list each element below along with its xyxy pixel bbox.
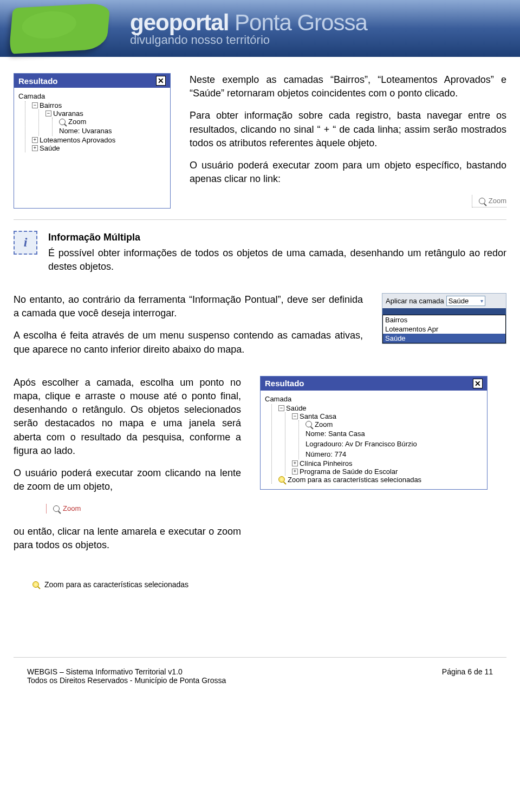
tree-root: Camada [18, 91, 168, 101]
tree-zoom-link[interactable]: Zoom [59, 118, 168, 126]
layer-select-panel: Aplicar na camada Saúde ▾ Bairros Loteam… [382, 293, 506, 344]
header-title-light: Ponta Grossa [229, 10, 367, 35]
zoom-all-icon [32, 581, 39, 588]
zoom-snippet-red: Zoom [46, 504, 81, 514]
p3: O usuário poderá executar zoom para um o… [190, 159, 506, 186]
layer-select[interactable]: Saúde ▾ [446, 296, 486, 306]
result-titlebar-2: Resultado ✕ [261, 376, 487, 391]
t2p2: A escolha é feita através de um menu sus… [14, 329, 363, 356]
zoom-all-link[interactable]: Zoom para as características selecionada… [278, 476, 485, 484]
zoom-icon [479, 198, 485, 204]
zoom-all-icon [278, 476, 285, 483]
select-opt-bairros[interactable]: Bairros [383, 315, 505, 324]
text3: Após escolher a camada, escolha um ponto… [14, 376, 241, 561]
result-tree: Camada −Bairros −Uvaranas Zoom Nome: Uva… [14, 88, 170, 152]
tree-root-2: Camada [265, 394, 485, 404]
zoom-icon [59, 119, 66, 125]
select-option-list: Bairros Loteamentos Apr Saúde [382, 315, 506, 343]
info-multi-title: Informação Múltipla [48, 231, 506, 244]
header-title-bold: geoportal [130, 10, 229, 35]
result-panel-2: Resultado ✕ Camada −Saúde −Santa Casa Zo… [260, 376, 487, 490]
p2: Para obter informação sobre cada registr… [190, 109, 506, 150]
page-number: Página 6 de 11 [442, 667, 493, 685]
result-tree-2: Camada −Saúde −Santa Casa Zoom Nome: San… [261, 391, 487, 484]
tree-node-loteamentos[interactable]: +Loteamentos Aprovados [32, 136, 168, 144]
t2p1: No entanto, ao contrário da ferramenta “… [14, 293, 363, 320]
zoom-icon [306, 421, 312, 427]
tree-node-programa[interactable]: +Programa de Saúde do Escolar [292, 467, 485, 476]
tree-node-uvaranas[interactable]: −Uvaranas [46, 109, 168, 118]
zoom-icon [53, 505, 60, 512]
zoom-snippet: Zoom [472, 195, 506, 207]
chevron-down-icon: ▾ [480, 298, 483, 304]
tree-attr-logradouro: Logradouro: Av Dr Francisco Búrzio [306, 439, 485, 449]
info-multi-icon: i [14, 231, 37, 255]
header-logo [9, 3, 110, 54]
t3p1: Após escolher a camada, escolha um ponto… [14, 376, 241, 458]
select-opt-saude[interactable]: Saúde [383, 334, 505, 343]
footer-line1: WEBGIS – Sistema Informativo Territorial… [27, 667, 226, 676]
select-opt-loteamentos[interactable]: Loteamentos Apr [383, 324, 505, 334]
tree-node-saude[interactable]: −Saúde [278, 404, 485, 412]
close-icon[interactable]: ✕ [156, 76, 166, 86]
info-multi-text: Informação Múltipla É possível obter inf… [48, 231, 506, 283]
result-titlebar: Resultado ✕ [14, 74, 170, 88]
result-title: Resultado [18, 76, 58, 86]
text2: No entanto, ao contrário da ferramenta “… [14, 293, 363, 365]
close-icon[interactable]: ✕ [473, 379, 483, 388]
result-panel-1: Resultado ✕ Camada −Bairros −Uvaranas Zo… [14, 73, 171, 209]
tree-node-saude[interactable]: +Saúde [32, 144, 168, 152]
t3p3: ou então, clicar na lente amarela e exec… [14, 525, 241, 552]
t3p2: O usuário poderá executar zoom clicando … [14, 466, 241, 493]
tree-zoom-link[interactable]: Zoom [306, 420, 485, 428]
info-multi-body: É possível obter informações de todos os… [48, 246, 506, 274]
tree-node-clinica[interactable]: +Clínica Pinheiros [292, 459, 485, 467]
footer-line2: Todos os Direitos Reservados - Município… [27, 676, 226, 685]
select-label: Aplicar na camada [386, 297, 444, 305]
tree-attr-numero: Número: 774 [306, 449, 485, 459]
tree-attr-nome: Nome: Uvaranas [59, 126, 168, 136]
tree-node-santacasa[interactable]: −Santa Casa [292, 412, 485, 420]
zoom-all-snippet: Zoom para as características selecionada… [27, 577, 194, 592]
header-banner: geoportal Ponta Grossa divulgando nosso … [0, 0, 520, 57]
result-title-2: Resultado [265, 379, 304, 388]
p1: Neste exemplo as camadas “Bairros”, “Lot… [190, 73, 506, 100]
header-text: geoportal Ponta Grossa divulgando nosso … [130, 10, 367, 47]
page-footer: WEBGIS – Sistema Informativo Territorial… [14, 657, 506, 696]
intro-text: Neste exemplo as camadas “Bairros”, “Lot… [190, 73, 506, 209]
tree-node-bairros[interactable]: −Bairros [32, 101, 168, 109]
tree-attr-nome: Nome: Santa Casa [306, 428, 485, 439]
